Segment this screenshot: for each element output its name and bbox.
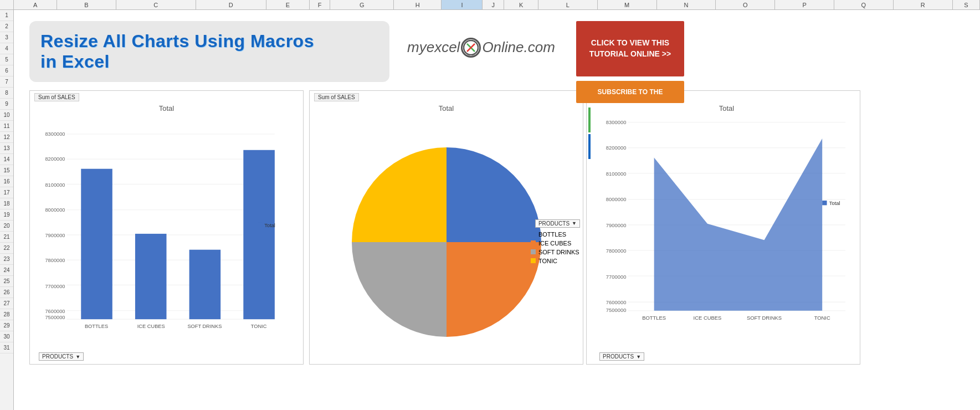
svg-text:8300000: 8300000 — [606, 119, 627, 125]
row-27[interactable]: 27 — [0, 298, 13, 309]
col-header-a[interactable]: A — [14, 0, 57, 9]
col-header-p[interactable]: P — [775, 0, 834, 9]
row-21[interactable]: 21 — [0, 232, 13, 243]
row-12[interactable]: 12 — [0, 132, 13, 143]
row-3[interactable]: 3 — [0, 32, 13, 43]
legend-item-soft-drinks: SOFT DRINKS — [531, 249, 580, 255]
col-header-q[interactable]: Q — [834, 0, 894, 9]
legend-color-soft-drinks — [531, 249, 536, 254]
pie-svg — [347, 142, 546, 342]
svg-text:8100000: 8100000 — [45, 182, 65, 188]
row-8[interactable]: 8 — [0, 88, 13, 99]
row-4[interactable]: 4 — [0, 43, 13, 54]
pie-filter[interactable]: PRODUCTS ▼ — [535, 219, 580, 228]
col-header-i[interactable]: I — [442, 0, 483, 9]
bar-tonic — [243, 150, 275, 319]
row-28[interactable]: 28 — [0, 309, 13, 320]
col-header-f[interactable]: F — [310, 0, 330, 9]
svg-text:8300000: 8300000 — [45, 131, 65, 137]
row-num-header — [0, 0, 14, 9]
row-25[interactable]: 25 — [0, 276, 13, 287]
col-header-m[interactable]: M — [598, 0, 657, 9]
col-header-o[interactable]: O — [716, 0, 775, 9]
col-header-k[interactable]: K — [504, 0, 538, 9]
bar-filter-label: PRODUCTS — [42, 353, 73, 360]
col-header-e[interactable]: E — [266, 0, 310, 9]
legend-color-ice-cubes — [531, 240, 536, 245]
area-chart-title: Total — [593, 104, 860, 112]
row-31[interactable]: 31 — [0, 342, 13, 353]
col-header-r[interactable]: R — [894, 0, 953, 9]
row-20[interactable]: 20 — [0, 221, 13, 232]
row-2[interactable]: 2 — [0, 21, 13, 32]
svg-text:ICE CUBES: ICE CUBES — [137, 324, 165, 329]
row-22[interactable]: 22 — [0, 243, 13, 254]
col-header-c[interactable]: C — [116, 0, 196, 9]
svg-text:BOTTLES: BOTTLES — [85, 324, 108, 329]
pie-chart: Sum of SALES Total — [309, 90, 583, 365]
bar-chart-sum-label: Sum of SALES — [34, 93, 79, 101]
svg-text:7600000: 7600000 — [45, 309, 65, 314]
bar-chart-filter[interactable]: PRODUCTS ▼ — [34, 351, 84, 361]
col-header-b[interactable]: B — [57, 0, 116, 9]
area-fill — [654, 139, 823, 311]
row-24[interactable]: 24 — [0, 265, 13, 276]
pie-chart-sum-label: Sum of SALES — [314, 93, 359, 101]
svg-text:7700000: 7700000 — [606, 274, 627, 280]
legend-color-tonic — [531, 258, 536, 263]
row-17[interactable]: 17 — [0, 187, 13, 198]
row-10[interactable]: 10 — [0, 110, 13, 121]
bar-ice-cubes — [135, 234, 167, 319]
row-19[interactable]: 19 — [0, 209, 13, 221]
svg-text:7900000: 7900000 — [45, 233, 65, 238]
col-header-s[interactable]: S — [953, 0, 980, 9]
legend-label-soft-drinks: SOFT DRINKS — [538, 249, 579, 255]
row-23[interactable]: 23 — [0, 254, 13, 265]
svg-rect-49 — [822, 201, 827, 205]
row-1[interactable]: 1 — [0, 10, 13, 21]
row-18[interactable]: 18 — [0, 198, 13, 209]
page-title: Resize All Charts Using Macrosin Excel — [40, 31, 314, 72]
svg-text:8000000: 8000000 — [45, 207, 65, 213]
bar-chart-svg: 8300000 8200000 8100000 8000000 7900000 … — [30, 114, 303, 354]
bar-bottles — [81, 169, 112, 319]
row-30[interactable]: 30 — [0, 331, 13, 342]
row-15[interactable]: 15 — [0, 165, 13, 176]
col-header-d[interactable]: D — [196, 0, 266, 9]
subscribe-label: SUBSCRIBE TO THE — [598, 88, 663, 96]
row-29[interactable]: 29 — [0, 320, 13, 331]
svg-text:SOFT DRINKS: SOFT DRINKS — [747, 315, 782, 321]
svg-text:TONIC: TONIC — [814, 315, 830, 321]
pie-filter-icon: ▼ — [572, 221, 577, 226]
col-header-n[interactable]: N — [657, 0, 716, 9]
legend-item-tonic: TONIC — [531, 258, 580, 264]
row-26[interactable]: 26 — [0, 287, 13, 298]
subscribe-button[interactable]: SUBSCRIBE TO THE — [576, 81, 684, 103]
bar-soft-drinks — [189, 250, 221, 319]
area-chart-filter[interactable]: PRODUCTS ▼ — [595, 351, 644, 361]
bar-filter-icon: ▼ — [75, 354, 80, 360]
row-13[interactable]: 13 — [0, 143, 13, 154]
svg-text:7500000: 7500000 — [606, 307, 627, 313]
logo-area: myexcel Online.com — [407, 32, 565, 63]
col-header-j[interactable]: J — [483, 0, 504, 9]
svg-text:8100000: 8100000 — [606, 171, 627, 177]
row-6[interactable]: 6 — [0, 65, 13, 76]
svg-text:7500000: 7500000 — [45, 315, 65, 320]
row-7[interactable]: 7 — [0, 76, 13, 88]
row-9[interactable]: 9 — [0, 99, 13, 110]
row-5[interactable]: 5 — [0, 54, 13, 65]
svg-text:7600000: 7600000 — [606, 299, 627, 305]
svg-text:8200000: 8200000 — [606, 145, 627, 151]
col-header-l[interactable]: L — [538, 0, 598, 9]
row-16[interactable]: 16 — [0, 176, 13, 187]
tutorial-button[interactable]: CLICK TO VIEW THIS TUTORIAL ONLINE >> — [576, 21, 684, 76]
svg-text:7700000: 7700000 — [45, 284, 65, 289]
row-11[interactable]: 11 — [0, 121, 13, 132]
svg-text:TONIC: TONIC — [251, 324, 267, 329]
col-header-g[interactable]: G — [330, 0, 394, 9]
legend-item-bottles: BOTTLES — [531, 231, 580, 238]
col-header-h[interactable]: H — [394, 0, 442, 9]
row-14[interactable]: 14 — [0, 154, 13, 165]
bar-chart-title: Total — [30, 104, 303, 112]
